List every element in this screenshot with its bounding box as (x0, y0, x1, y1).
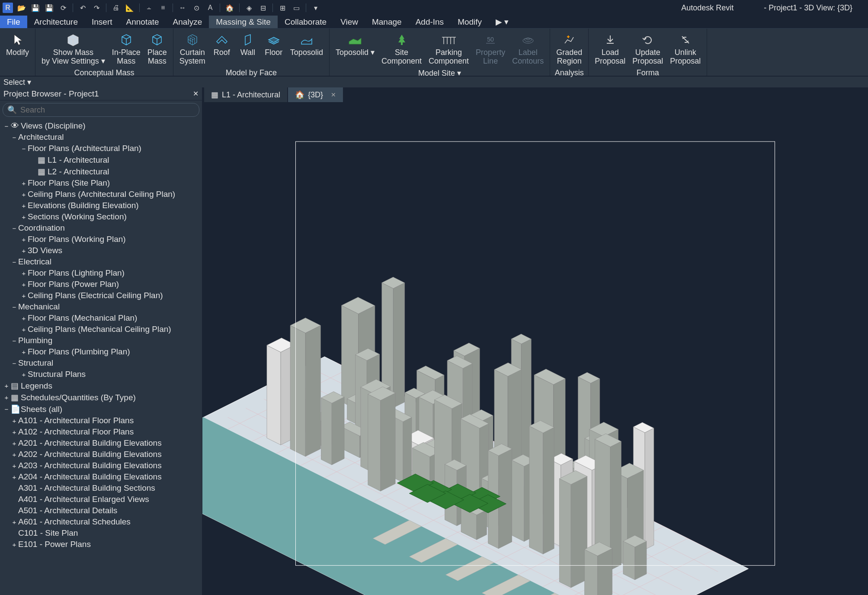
site-component-button[interactable]: SiteComponent (379, 30, 424, 68)
tree-item[interactable]: +Ceiling Plans (Electrical Ceiling Plan) (0, 290, 202, 301)
tree-item[interactable]: −Structural (0, 357, 202, 369)
tab-file[interactable]: File (0, 16, 27, 28)
tree-item[interactable]: +Ceiling Plans (Mechanical Ceiling Plan) (0, 324, 202, 335)
home-icon[interactable]: 🏠 (224, 3, 235, 13)
toposolid-button[interactable]: Toposolid (288, 30, 326, 59)
tab-annotate[interactable]: Annotate (119, 16, 166, 28)
tab-add-ins[interactable]: Add-Ins (409, 16, 451, 28)
tree-item[interactable]: −👁Views (Discipline) (0, 120, 202, 132)
show-mass-button[interactable]: Show Massby View Settings ▾ (39, 30, 108, 68)
expand-toggle[interactable]: + (20, 213, 28, 221)
expand-toggle[interactable]: − (10, 360, 18, 367)
play-menu[interactable]: ▶ ▾ (489, 16, 516, 28)
tree-item[interactable]: +Structural Plans (0, 369, 202, 380)
section-icon[interactable]: ⊟ (258, 3, 268, 13)
measure-icon[interactable]: 📐 (125, 3, 135, 13)
unlink-proposal-button[interactable]: UnlinkProposal (667, 30, 703, 68)
tab-architecture[interactable]: Architecture (27, 16, 85, 28)
expand-toggle[interactable]: − (3, 405, 10, 413)
expand-toggle[interactable]: − (10, 303, 18, 311)
expand-toggle[interactable]: + (20, 236, 28, 243)
tree-item[interactable]: +Sections (Working Section) (0, 211, 202, 222)
expand-toggle[interactable]: + (20, 180, 28, 187)
thin-lines-icon[interactable]: ≡ (158, 3, 168, 13)
text-icon[interactable]: A (205, 3, 215, 13)
redo-icon[interactable]: ↷ (91, 3, 102, 13)
app-logo[interactable]: R (3, 3, 13, 13)
floor-button[interactable]: Floor (262, 30, 286, 59)
tree-item[interactable]: −Coordination (0, 222, 202, 234)
expand-toggle[interactable]: + (20, 191, 28, 198)
expand-toggle[interactable]: − (20, 145, 28, 152)
tree-item[interactable]: A501 - Architectural Details (0, 505, 202, 516)
tree-item[interactable]: +Floor Plans (Lighting Plan) (0, 267, 202, 279)
expand-toggle[interactable]: + (10, 473, 18, 481)
expand-toggle[interactable]: + (20, 348, 28, 356)
roof-button[interactable]: Roof (210, 30, 234, 59)
3d-icon[interactable]: ◈ (244, 3, 254, 13)
tree-item[interactable]: −Architectural (0, 132, 202, 143)
tree-item[interactable]: ▦L2 - Architectural (0, 166, 202, 177)
tree-item[interactable]: +A201 - Architectural Building Elevation… (0, 437, 202, 449)
tree-item[interactable]: −📄Sheets (all) (0, 403, 202, 415)
expand-toggle[interactable]: + (20, 292, 28, 299)
tab-collaborate[interactable]: Collaborate (278, 16, 333, 28)
tree-item[interactable]: −Electrical (0, 256, 202, 267)
expand-toggle[interactable]: − (10, 258, 18, 266)
expand-toggle[interactable]: + (10, 518, 18, 526)
expand-toggle[interactable]: + (3, 382, 10, 389)
tree-item[interactable]: +A102 - Architectural Floor Plans (0, 426, 202, 437)
tab-analyze[interactable]: Analyze (166, 16, 209, 28)
close-tab-button[interactable]: ✕ (331, 91, 336, 98)
expand-toggle[interactable]: + (20, 202, 28, 209)
search-box[interactable]: 🔍 (3, 103, 199, 117)
dimension-icon[interactable]: ↔ (177, 3, 188, 13)
tree-item[interactable]: +Floor Plans (Site Plan) (0, 177, 202, 189)
open-icon[interactable]: 📂 (16, 3, 27, 13)
tag-icon[interactable]: ⊙ (191, 3, 202, 13)
expand-toggle[interactable]: + (20, 281, 28, 288)
tree-item[interactable]: +Floor Plans (Power Plan) (0, 279, 202, 290)
tree-item[interactable]: +▤Legends (0, 380, 202, 392)
wall-button[interactable]: Wall (236, 30, 260, 59)
graded-region-button[interactable]: GradedRegion (554, 30, 585, 68)
expand-toggle[interactable]: + (10, 451, 18, 458)
tree-item[interactable]: +Ceiling Plans (Architectural Ceiling Pl… (0, 189, 202, 200)
tree-item[interactable]: +Elevations (Building Elevation) (0, 200, 202, 211)
tree-item[interactable]: +3D Views (0, 245, 202, 256)
undo-icon[interactable]: ↶ (77, 3, 88, 13)
expand-toggle[interactable]: + (20, 371, 28, 378)
expand-toggle[interactable]: + (10, 462, 18, 470)
expand-toggle[interactable]: + (10, 417, 18, 425)
view-tab[interactable]: ▦L1 - Architectural (204, 87, 287, 102)
search-input[interactable] (20, 106, 195, 115)
close-panel-button[interactable]: ✕ (193, 90, 199, 98)
tree-item[interactable]: +A601 - Architectural Schedules (0, 516, 202, 527)
align-icon[interactable]: ⫠ (144, 3, 154, 13)
save-all-icon[interactable]: 💾 (44, 3, 54, 13)
sync-icon[interactable]: ⟳ (58, 3, 68, 13)
expand-toggle[interactable]: − (10, 134, 18, 141)
expand-toggle[interactable]: − (10, 337, 18, 344)
switch-windows-icon[interactable]: ▭ (291, 3, 301, 13)
tab-massing-site[interactable]: Massing & Site (209, 16, 278, 28)
tree-item[interactable]: A301 - Architectural Building Sections (0, 482, 202, 494)
save-icon[interactable]: 💾 (30, 3, 41, 13)
tree-item[interactable]: +A203 - Architectural Building Elevation… (0, 460, 202, 471)
update-proposal-button[interactable]: UpdateProposal (630, 30, 666, 68)
expand-toggle[interactable]: − (10, 225, 18, 232)
expand-toggle[interactable]: + (10, 428, 18, 436)
tree-item[interactable]: +Floor Plans (Mechanical Plan) (0, 312, 202, 324)
parking-button[interactable]: ParkingComponent (426, 30, 471, 68)
expand-toggle[interactable]: − (3, 122, 10, 130)
expand-toggle[interactable]: + (3, 394, 10, 401)
tree-item[interactable]: C101 - Site Plan (0, 527, 202, 539)
modify-button[interactable]: Modify (3, 30, 32, 59)
tree-item[interactable]: +A101 - Architectural Floor Plans (0, 415, 202, 426)
tab-modify[interactable]: Modify (451, 16, 489, 28)
tab-view[interactable]: View (333, 16, 365, 28)
place-mass-button[interactable]: PlaceMass (145, 30, 170, 68)
curtain-system-button[interactable]: CurtainSystem (177, 30, 208, 68)
expand-toggle[interactable]: + (10, 440, 18, 447)
tree-item[interactable]: +E101 - Power Plans (0, 539, 202, 550)
